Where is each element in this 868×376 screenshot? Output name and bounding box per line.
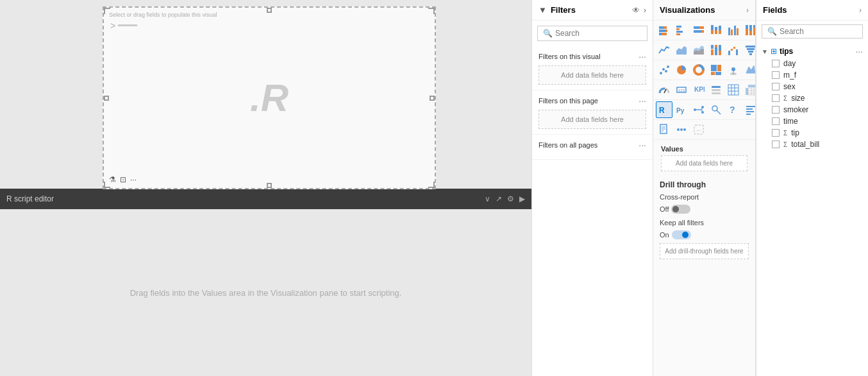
more-visuals-icon[interactable] (673, 121, 690, 138)
svg-text:123: 123 (678, 89, 685, 92)
svg-rect-44 (747, 48, 755, 50)
svg-point-49 (665, 70, 667, 73)
values-drop-zone[interactable]: Add data fields here (661, 155, 747, 171)
resize-ml[interactable] (104, 96, 109, 101)
resize-br[interactable] (428, 182, 435, 188)
filled-map-icon[interactable] (742, 62, 756, 78)
focus-icon[interactable]: ⊡ (120, 175, 126, 184)
filters-hide-icon[interactable]: 👁 (632, 6, 640, 15)
expand-icon[interactable]: ↗ (496, 194, 502, 203)
field-item-size[interactable]: Σ size (759, 92, 865, 104)
donut-icon[interactable] (690, 62, 707, 78)
settings-icon[interactable]: ⚙ (507, 194, 514, 203)
fields-group-header-tips[interactable]: ▼ ⊞ tips ··· (759, 45, 865, 58)
line-chart-icon[interactable] (656, 42, 672, 58)
smart-narrative-icon[interactable] (742, 101, 756, 118)
resize-mt[interactable] (267, 8, 272, 13)
python-icon[interactable]: Py (673, 101, 690, 118)
viz-panel-expand[interactable]: › (746, 6, 749, 15)
keep-filters-toggle-track[interactable] (672, 230, 691, 239)
filter-visual-title: Filters on this visual ··· (538, 51, 646, 62)
run-icon[interactable]: ▶ (519, 194, 525, 203)
fields-search-input[interactable] (780, 27, 857, 36)
filters-search-box[interactable]: 🔍 (537, 26, 647, 41)
stacked-bar-icon[interactable] (656, 22, 672, 38)
resize-mb[interactable] (267, 183, 272, 188)
filter-page-title: Filters on this page ··· (538, 96, 646, 106)
field-item-smoker[interactable]: smoker (759, 104, 865, 115)
field-item-total_bill[interactable]: Σ total_bill (759, 139, 865, 150)
extra-icon-1[interactable]: ··· (690, 121, 707, 138)
kpi-icon[interactable]: KPI (690, 81, 707, 98)
field-item-time[interactable]: time (759, 115, 865, 127)
card-icon[interactable]: 123 (673, 81, 690, 98)
map-icon[interactable] (725, 62, 742, 78)
keep-filters-toggle[interactable]: On (660, 230, 749, 239)
main-area: Select or drag fields to populate this v… (0, 0, 868, 376)
field-checkbox-tip[interactable] (772, 129, 780, 137)
cross-report-toggle[interactable]: Off (660, 205, 749, 214)
resize-mr[interactable] (430, 96, 435, 101)
clustered-column-icon[interactable] (725, 22, 742, 38)
filter-icon[interactable]: ⚗ (109, 175, 116, 184)
toggle-thumb (672, 206, 679, 212)
field-checkbox-total_bill[interactable] (772, 141, 780, 148)
field-item-m_f[interactable]: m_f (759, 69, 865, 81)
treemap-icon[interactable] (708, 62, 724, 78)
field-checkbox-smoker[interactable] (772, 106, 780, 114)
script-editor-area[interactable]: Drag fields into the Values area in the … (0, 209, 531, 376)
filter-visual-drop[interactable]: Add data fields here (538, 65, 646, 85)
field-item-tip[interactable]: Σ tip (759, 127, 865, 139)
field-name-tip: tip (791, 128, 799, 137)
key-influencer-icon[interactable] (708, 101, 724, 118)
scatter-icon[interactable] (656, 62, 672, 78)
paginated-icon[interactable] (656, 121, 672, 138)
field-item-sex[interactable]: sex (759, 81, 865, 92)
gauge-icon[interactable] (656, 81, 672, 98)
field-checkbox-sex[interactable] (772, 83, 780, 90)
100pct-column-icon[interactable] (742, 22, 756, 38)
filters-search-input[interactable] (555, 29, 642, 38)
waterfall-icon[interactable] (725, 42, 742, 58)
filter-visual-more[interactable]: ··· (638, 51, 646, 62)
funnel-icon[interactable] (742, 42, 756, 58)
clustered-bar-icon[interactable] (673, 22, 690, 38)
filter-page-drop[interactable]: Add data fields here (538, 110, 646, 129)
filter-all-more[interactable]: ··· (638, 140, 646, 150)
field-checkbox-time[interactable] (772, 117, 780, 125)
field-checkbox-size[interactable] (772, 94, 780, 102)
ribbon-chart-icon[interactable] (708, 42, 724, 58)
field-checkbox-m_f[interactable] (772, 71, 780, 79)
svg-rect-66 (712, 92, 721, 94)
svg-rect-33 (711, 45, 714, 49)
svg-text:R: R (659, 106, 665, 115)
line-stacked-area-icon[interactable] (690, 42, 707, 58)
decomp-tree-icon[interactable] (690, 101, 707, 118)
svg-rect-10 (694, 26, 699, 29)
field-checkbox-day[interactable] (772, 60, 780, 67)
filter-page-more[interactable]: ··· (638, 96, 646, 106)
group-more-tips[interactable]: ··· (855, 46, 863, 56)
resize-tl[interactable] (104, 8, 110, 14)
cross-report-toggle-track[interactable] (671, 205, 690, 214)
pie-icon[interactable] (673, 62, 690, 78)
fields-expand[interactable]: › (859, 6, 862, 15)
r-visual-container[interactable]: Select or drag fields to populate this v… (103, 6, 436, 189)
svg-rect-23 (737, 28, 739, 35)
100pct-bar-icon[interactable] (690, 22, 707, 38)
area-chart-icon[interactable] (673, 42, 690, 58)
slicer-icon[interactable] (708, 81, 724, 98)
matrix-icon[interactable] (742, 81, 756, 98)
resize-tr[interactable] (428, 8, 435, 14)
table-icon[interactable] (725, 81, 742, 98)
collapse-icon[interactable]: ∨ (485, 194, 490, 203)
fields-search-box[interactable]: 🔍 (762, 24, 863, 38)
qa-icon[interactable]: ? (725, 101, 742, 118)
svg-point-47 (660, 72, 662, 74)
drill-drop-zone[interactable]: Add drill-through fields here (660, 243, 749, 259)
field-item-day[interactable]: day (759, 58, 865, 69)
more-options-icon[interactable]: ··· (130, 175, 137, 184)
stacked-column-icon[interactable] (708, 22, 724, 38)
r-visual-icon[interactable]: R (656, 101, 672, 118)
filters-more-icon[interactable]: › (644, 6, 646, 15)
